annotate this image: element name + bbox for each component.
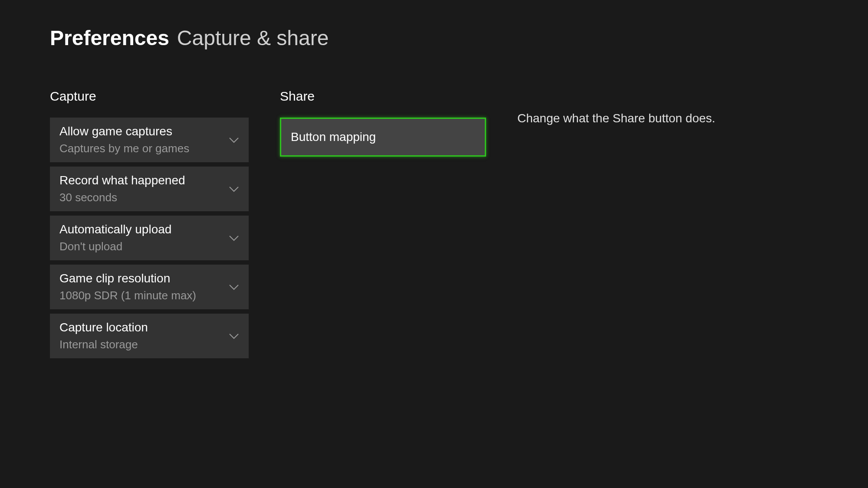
capture-heading: Capture	[50, 89, 249, 104]
share-heading: Share	[280, 89, 486, 104]
chevron-down-icon	[229, 282, 239, 292]
description-column: Change what the Share button does.	[517, 89, 818, 363]
chevron-down-icon	[229, 184, 239, 194]
chevron-down-icon	[229, 135, 239, 145]
dropdown-label: Record what happened	[59, 174, 185, 187]
dropdown-value: 30 seconds	[59, 191, 185, 204]
dropdown-label: Automatically upload	[59, 223, 171, 236]
record-what-happened-dropdown[interactable]: Record what happened 30 seconds	[50, 167, 249, 211]
chevron-down-icon	[229, 331, 239, 341]
dropdown-value: Don't upload	[59, 240, 171, 253]
dropdown-label: Allow game captures	[59, 124, 189, 138]
header-secondary: Capture & share	[177, 26, 329, 50]
header-primary: Preferences	[50, 26, 169, 50]
dropdown-value: Captures by me or games	[59, 142, 189, 155]
dropdown-value: Internal storage	[59, 338, 148, 351]
capture-column: Capture Allow game captures Captures by …	[50, 89, 249, 363]
allow-game-captures-dropdown[interactable]: Allow game captures Captures by me or ga…	[50, 118, 249, 162]
game-clip-resolution-dropdown[interactable]: Game clip resolution 1080p SDR (1 minute…	[50, 265, 249, 309]
share-column: Share Button mapping	[280, 89, 486, 363]
dropdown-value: 1080p SDR (1 minute max)	[59, 289, 196, 302]
automatically-upload-dropdown[interactable]: Automatically upload Don't upload	[50, 216, 249, 260]
dropdown-label: Capture location	[59, 321, 148, 334]
page-header: Preferences Capture & share	[50, 26, 818, 50]
button-label: Button mapping	[291, 130, 376, 144]
description-text: Change what the Share button does.	[517, 111, 818, 125]
chevron-down-icon	[229, 233, 239, 243]
button-mapping-button[interactable]: Button mapping	[280, 118, 486, 157]
capture-location-dropdown[interactable]: Capture location Internal storage	[50, 314, 249, 358]
dropdown-label: Game clip resolution	[59, 272, 196, 285]
